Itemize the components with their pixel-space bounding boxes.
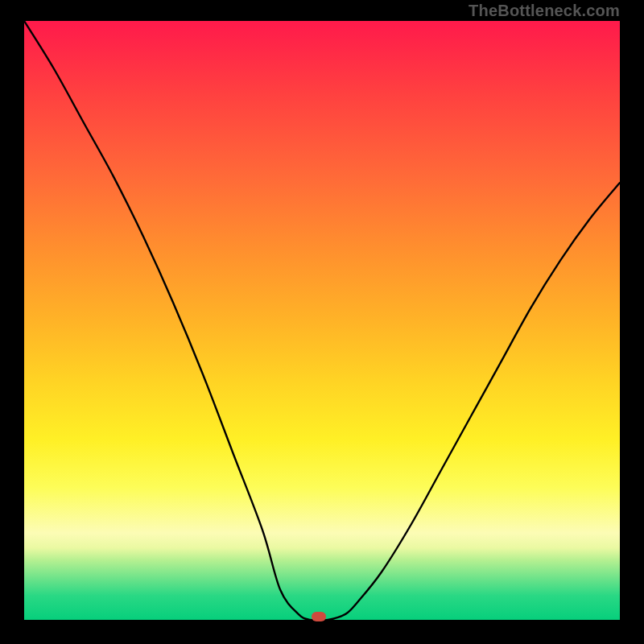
curve-svg [24,21,620,620]
attribution-label: TheBottleneck.com [469,2,620,20]
plot-area [24,21,620,620]
optimal-point-marker [312,612,326,621]
chart-frame: TheBottleneck.com [0,0,644,644]
bottleneck-curve-path [24,21,620,620]
